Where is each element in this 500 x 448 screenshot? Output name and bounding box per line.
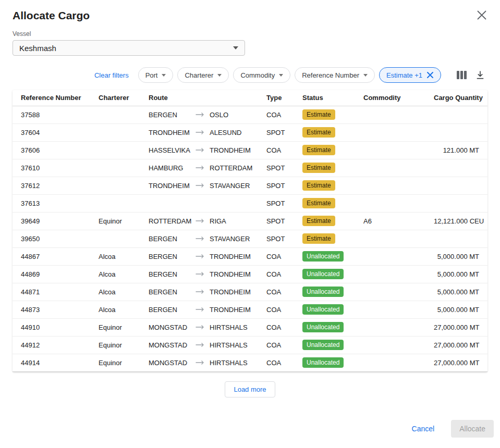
cancel-button[interactable]: Cancel [409,420,438,437]
cell-type: SPOT [262,177,298,194]
filter-chip-port[interactable]: Port [138,67,174,83]
cell-reference-number: 44869 [13,265,94,283]
table-row[interactable]: 44873AlcoaBERGENTRONDHEIMCOAUnallocated5… [13,301,487,318]
cell-route: BERGENSTAVANGER [144,230,262,247]
table-row[interactable]: 37604TRONDHEIMALESUNDSPOTEstimate [13,123,487,141]
cell-charterer [94,230,144,247]
route-arrow-icon [196,307,204,312]
cell-status: Estimate [298,230,359,247]
cell-reference-number: 44867 [13,247,94,265]
cell-status: Estimate [298,212,359,230]
table-row[interactable]: 37612TRONDHEIMSTAVANGERSPOTEstimate [13,177,487,194]
route-origin: BERGEN [149,235,196,243]
cell-status: Unallocated [298,336,359,354]
cell-charterer: Equinor [94,212,144,230]
table-row[interactable]: 44912EquinorMONGSTADHIRTSHALSCOAUnalloca… [13,336,487,354]
route-origin: HAMBURG [149,164,196,172]
cell-charterer [94,159,144,177]
load-more-button[interactable]: Load more [225,381,275,397]
status-badge: Estimate [302,109,335,120]
cell-commodity [359,283,430,301]
filter-chip-reference-number[interactable]: Reference Number [295,67,375,83]
table-row[interactable]: 37613SPOTEstimate [13,194,487,212]
close-icon [477,10,486,20]
route-arrow-icon [196,325,204,330]
dialog-close-button[interactable] [475,8,489,22]
cell-reference-number: 44912 [13,336,94,354]
cell-charterer: Equinor [94,354,144,371]
cell-reference-number: 37613 [13,194,94,212]
cell-route: BERGENTRONDHEIM [144,265,262,283]
cell-cargo-quantity: 5,000.000 MT [430,247,487,265]
close-icon[interactable] [426,71,434,79]
filter-chip-commodity[interactable]: Commodity [233,67,290,83]
route-destination: HIRTSHALS [210,341,248,349]
table-row[interactable]: 37588BERGENOSLOCOAEstimate [13,106,487,123]
cell-type: COA [262,247,298,265]
filter-chip-charterer[interactable]: Charterer [177,67,229,83]
cell-status: Unallocated [298,265,359,283]
route-origin: MONGSTAD [149,323,196,331]
table-row[interactable]: 44869AlcoaBERGENTRONDHEIMCOAUnallocated5… [13,265,487,283]
chevron-down-icon [233,46,238,49]
cell-reference-number: 39650 [13,230,94,247]
route-destination: OSLO [210,111,228,119]
cell-status: Unallocated [298,318,359,336]
table-row[interactable]: 39650BERGENSTAVANGERSPOTEstimate [13,230,487,247]
allocate-button[interactable]: Allocate [451,420,494,438]
route-origin: MONGSTAD [149,359,196,367]
filter-bar: Clear filters Port Charterer Commodity R… [13,67,487,83]
cell-commodity [359,106,430,123]
download-button[interactable] [473,68,487,82]
cell-cargo-quantity: 5,000.000 MT [430,283,487,301]
chevron-down-icon [279,74,283,77]
columns-button[interactable] [455,69,469,81]
table-row[interactable]: 44867AlcoaBERGENTRONDHEIMCOAUnallocated5… [13,247,487,265]
dialog-header: Allocate Cargo [13,7,487,22]
route-arrow-icon [196,218,204,223]
vessel-select[interactable]: Keshmash [13,40,245,56]
route-origin: HASSELVIKA [149,146,196,154]
clear-filters-link[interactable]: Clear filters [94,71,129,79]
cell-type: COA [262,301,298,318]
route-origin: TRONDHEIM [149,129,196,136]
load-more-container: Load more [13,381,487,397]
cell-cargo-quantity: 5,000.000 MT [430,301,487,318]
table-row[interactable]: 44914EquinorMONGSTADHIRTSHALSCOAUnalloca… [13,354,487,371]
status-badge: Estimate [302,163,335,173]
cell-type: COA [262,141,298,159]
route-arrow-icon [196,289,204,294]
cell-commodity [359,354,430,371]
status-badge: Estimate [302,233,335,244]
route-arrow-icon [196,130,204,135]
table-header-row: Reference Number Charterer Route Type St… [13,90,487,106]
status-badge: Estimate [302,145,335,155]
allocate-cargo-dialog: Allocate Cargo Vessel Keshmash Clear fil… [0,0,500,448]
filter-chip-status-estimate[interactable]: Estimate +1 [379,67,441,83]
chevron-down-icon [363,74,368,77]
cell-cargo-quantity [430,230,487,247]
table-row[interactable]: 37610HAMBURGROTTERDAMSPOTEstimate [13,159,487,177]
route-arrow-icon [196,342,204,347]
vessel-label: Vessel [13,30,487,38]
column-header-commodity: Commodity [359,90,430,106]
table-row[interactable]: 37606HASSELVIKATRONDHEIMCOAEstimate121.0… [13,141,487,159]
cell-route: BERGENOSLO [144,106,262,123]
status-badge: Unallocated [302,287,344,297]
cell-commodity [359,336,430,354]
cell-reference-number: 44871 [13,283,94,301]
cell-type: COA [262,318,298,336]
cell-route: MONGSTADHIRTSHALS [144,336,262,354]
route-destination: RIGA [210,217,226,225]
route-destination: TRONDHEIM [210,288,251,296]
column-header-type: Type [262,90,298,106]
route-origin: ROTTERDAM [149,217,196,225]
cell-route: HASSELVIKATRONDHEIM [144,141,262,159]
table-row[interactable]: 44871AlcoaBERGENTRONDHEIMCOAUnallocated5… [13,283,487,301]
cell-cargo-quantity [430,194,487,212]
route-arrow-icon [196,165,204,170]
cell-charterer [94,106,144,123]
cell-reference-number: 37604 [13,123,94,141]
table-row[interactable]: 39649EquinorROTTERDAMRIGASPOTEstimateA61… [13,212,487,230]
table-row[interactable]: 44910EquinorMONGSTADHIRTSHALSCOAUnalloca… [13,318,487,336]
